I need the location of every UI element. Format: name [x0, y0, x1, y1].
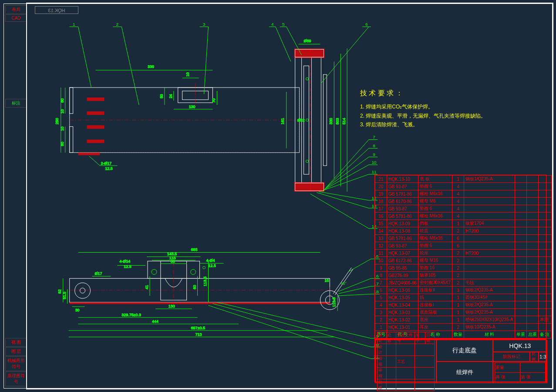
svg-text:113.5: 113.5 — [332, 297, 336, 307]
svg-text:3: 3 — [203, 22, 206, 27]
svg-text:2-Ø17: 2-Ø17 — [101, 161, 111, 166]
svg-text:6: 6 — [365, 22, 368, 27]
side-tab[interactable]: 机械图形符号 — [5, 356, 27, 371]
sheet-info: 重量 共 张第 张 — [493, 362, 547, 383]
bom-row: 4HQK.13-04连接板Ⅰ1钢板2/Q235-A — [375, 301, 552, 309]
svg-line-132 — [286, 27, 302, 55]
svg-text:7: 7 — [373, 135, 375, 140]
side-panel: 布局 CAD 标注 视 图 图 层 机械图形符号 原理图符号 — [5, 5, 27, 387]
svg-text:2: 2 — [116, 22, 118, 27]
svg-text:11: 11 — [371, 169, 377, 174]
bom-row: 2HQK.13-02底座1槽钢250X82X10/Q235-A本图 — [375, 316, 552, 324]
svg-point-69 — [191, 269, 196, 274]
svg-text:1: 1 — [73, 22, 75, 27]
req-title: 技 术 要 求 ： — [360, 87, 491, 99]
svg-line-171 — [337, 294, 371, 296]
svg-text:10: 10 — [185, 72, 190, 77]
bom-row: 21HQK.13-10底 板1钢板1/Q235-A — [375, 176, 552, 183]
bom-row: 12GB 93-87垫圈 66 — [375, 242, 552, 250]
svg-text:41: 41 — [145, 285, 149, 289]
svg-line-135 — [321, 27, 369, 84]
svg-text:130: 130 — [189, 105, 195, 109]
req-line: 1. 焊缝均采用CO₂气体保护焊。 — [360, 102, 491, 111]
svg-text:514: 514 — [342, 118, 346, 125]
side-tab[interactable]: 视 图 — [5, 338, 27, 347]
svg-text:330: 330 — [148, 64, 154, 69]
svg-text:161: 161 — [280, 118, 285, 125]
svg-rect-8 — [87, 98, 104, 101]
svg-text:130: 130 — [168, 304, 175, 308]
svg-point-22 — [306, 78, 309, 80]
svg-text:685: 685 — [191, 247, 198, 252]
req-line: 3. 焊后清除焊渣、飞溅。 — [360, 120, 491, 129]
svg-text:50: 50 — [159, 94, 164, 98]
svg-text:82: 82 — [57, 289, 62, 294]
svg-text:30: 30 — [75, 308, 80, 312]
svg-line-129 — [276, 27, 291, 62]
side-tab[interactable]: 图 层 — [5, 347, 27, 356]
svg-text:10: 10 — [371, 160, 377, 165]
svg-line-147 — [323, 165, 369, 190]
svg-line-174 — [217, 302, 371, 338]
svg-rect-15 — [312, 57, 321, 183]
side-tab[interactable]: CAD — [5, 14, 27, 22]
svg-point-68 — [152, 269, 157, 274]
svg-text:329.75±0.3: 329.75±0.3 — [121, 313, 141, 317]
bom-row: 6HQK.13-06连接板Ⅱ1钢板2/Q235-A — [375, 287, 552, 294]
bom-row: 13GB 5781-86螺栓 M6x166 — [375, 235, 552, 242]
scale-value: 1:3 — [539, 352, 547, 362]
scale-label: 比例 — [530, 352, 539, 362]
svg-line-159 — [310, 194, 369, 229]
drawing-type: 组焊件 — [436, 362, 493, 383]
signature-grid: 标记处数更改文件号签 字日期 设计 校核工艺 审核 批准 — [375, 340, 436, 383]
bom-row: 7JB/ZQ4606-86密封圈30X45X72毛毡 — [375, 279, 552, 287]
svg-text:60: 60 — [192, 285, 197, 289]
side-tab[interactable]: 布局 — [5, 5, 27, 14]
svg-text:Ø89: Ø89 — [304, 39, 311, 43]
svg-rect-72 — [70, 302, 330, 304]
bom-row: 8GB276-89轴承1052 — [375, 272, 552, 279]
bom-table: 21HQK.13-10底 板1钢板1/Q235-A20GB 93-87垫圈 64… — [374, 175, 546, 339]
svg-line-180 — [208, 305, 371, 359]
svg-rect-5 — [87, 112, 104, 115]
svg-text:80: 80 — [60, 98, 64, 103]
svg-point-64 — [75, 283, 91, 298]
side-tab[interactable]: 标注 — [5, 99, 27, 108]
svg-text:503: 503 — [335, 118, 340, 125]
side-tab[interactable]: 原理图符号 — [5, 372, 27, 386]
svg-text:250: 250 — [55, 118, 59, 125]
svg-line-126 — [204, 27, 209, 94]
svg-text:51.5: 51.5 — [62, 292, 67, 299]
svg-text:70: 70 — [212, 98, 216, 103]
svg-line-162 — [348, 259, 371, 272]
bom-row: 1HQK.13-01耳座2钢板10/Q235-A — [375, 324, 552, 331]
drawing-canvas[interactable]: 330 10 50 24 70 130 250 80 10 10 80 2-Ø1… — [35, 17, 373, 375]
title-block: 标记处数更改文件号签 字日期 设计 校核工艺 审核 批准 行走底盘 组焊件 HQ… — [374, 339, 546, 382]
svg-text:10: 10 — [60, 127, 64, 131]
svg-text:15: 15 — [324, 278, 329, 283]
svg-text:4: 4 — [271, 22, 274, 27]
svg-text:9: 9 — [373, 152, 375, 157]
bom-row: 20GB 93-87垫圈 64 — [375, 183, 552, 190]
bom-row: 17GB 93-87垫圈 64 — [375, 205, 552, 213]
balloons-right: 7 8 9 10 11 12 13 14 — [310, 135, 377, 229]
bom-row: 19GB 5781-86螺栓 M6x164 — [375, 190, 552, 198]
svg-line-150 — [322, 174, 369, 191]
svg-point-23 — [306, 119, 309, 122]
svg-line-138 — [326, 140, 369, 188]
svg-text:45°: 45° — [340, 281, 347, 286]
svg-text:4-Ø14: 4-Ø14 — [119, 259, 130, 264]
technical-requirements: 技 术 要 求 ： 1. 焊缝均采用CO₂气体保护焊。 2. 焊缝应美观、平滑，… — [360, 87, 491, 129]
svg-rect-16 — [323, 74, 327, 166]
svg-text:113.5: 113.5 — [203, 277, 207, 286]
bom-row: 5HQK.13-05筋1圆钢30/45# — [375, 294, 552, 301]
svg-rect-3 — [70, 88, 73, 114]
svg-text:12.5: 12.5 — [208, 264, 216, 268]
bom-row: 11HQK.13-07轮座2HT200 — [375, 250, 552, 257]
svg-text:80: 80 — [60, 142, 64, 146]
svg-text:4-Ø4: 4-Ø4 — [206, 258, 215, 263]
bom-row: 14HQK.13-08轮盖2HT200 — [375, 227, 552, 235]
svg-line-120 — [78, 27, 91, 88]
svg-text:713: 713 — [195, 332, 202, 337]
svg-line-144 — [324, 157, 369, 189]
